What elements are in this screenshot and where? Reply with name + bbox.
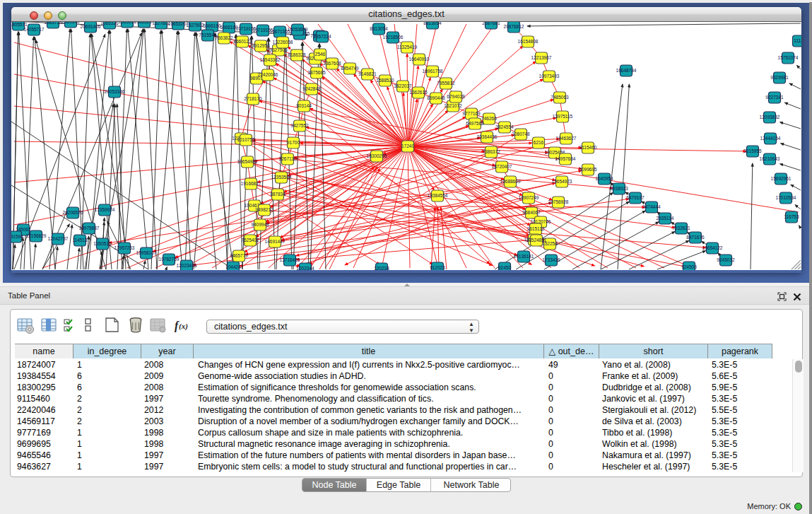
svg-text:(x): (x) <box>179 322 188 331</box>
svg-text:9227341: 9227341 <box>765 95 784 100</box>
svg-text:9242848: 9242848 <box>302 86 321 91</box>
svg-text:20053346: 20053346 <box>105 89 125 94</box>
svg-text:6099695: 6099695 <box>579 167 597 172</box>
svg-text:9427552: 9427552 <box>290 123 309 128</box>
svg-text:3824554: 3824554 <box>495 124 514 129</box>
svg-text:10654122: 10654122 <box>702 245 723 250</box>
svg-text:14055717: 14055717 <box>24 27 45 32</box>
svg-text:12353594: 12353594 <box>271 175 292 180</box>
svg-text:912023: 912023 <box>430 265 445 270</box>
svg-text:1588520: 1588520 <box>376 78 394 83</box>
svg-text:16154808: 16154808 <box>518 39 539 44</box>
svg-text:6479197: 6479197 <box>626 195 645 200</box>
svg-text:3215955: 3215955 <box>743 148 762 153</box>
svg-text:7357224: 7357224 <box>313 34 331 39</box>
svg-text:803144: 803144 <box>296 103 312 108</box>
svg-text:8938923: 8938923 <box>610 186 628 191</box>
svg-text:9498212: 9498212 <box>255 207 273 212</box>
svg-text:2546: 2546 <box>315 52 326 57</box>
svg-text:2935114: 2935114 <box>657 216 674 221</box>
svg-text:17957253: 17957253 <box>114 245 135 250</box>
svg-text:9245032: 9245032 <box>717 257 735 262</box>
svg-text:12093832: 12093832 <box>760 115 780 119</box>
svg-text:2367608: 2367608 <box>323 61 341 66</box>
svg-text:10975887: 10975887 <box>79 226 100 230</box>
svg-text:1621072: 1621072 <box>444 103 462 108</box>
svg-text:19384554: 19384554 <box>428 193 448 198</box>
svg-text:8471676: 8471676 <box>686 235 705 240</box>
svg-text:1615112: 1615112 <box>527 226 545 231</box>
svg-text:20756928: 20756928 <box>548 199 569 204</box>
svg-text:15751074: 15751074 <box>778 55 799 60</box>
svg-text:20206576: 20206576 <box>63 210 83 215</box>
svg-text:19654923: 19654923 <box>552 179 572 184</box>
svg-text:9777169: 9777169 <box>462 111 481 116</box>
svg-text:8186328: 8186328 <box>288 52 306 57</box>
svg-text:8660123: 8660123 <box>233 39 252 44</box>
svg-text:8813054: 8813054 <box>423 22 442 25</box>
svg-text:120234: 120234 <box>374 266 389 270</box>
svg-text:18907249: 18907249 <box>519 195 539 200</box>
svg-text:391594: 391594 <box>11 234 23 239</box>
svg-text:7632621: 7632621 <box>672 226 690 230</box>
svg-text:13975115: 13975115 <box>553 114 573 119</box>
svg-text:17359924: 17359924 <box>95 207 115 212</box>
svg-text:19218506: 19218506 <box>383 35 404 40</box>
svg-text:1080748: 1080748 <box>512 132 530 136</box>
svg-text:14957684: 14957684 <box>555 156 576 161</box>
svg-text:7955812: 7955812 <box>437 81 455 86</box>
svg-text:6966160: 6966160 <box>203 23 221 28</box>
svg-text:19166827: 19166827 <box>241 181 261 186</box>
svg-text:3267110: 3267110 <box>279 156 297 161</box>
svg-text:16210643: 16210643 <box>760 156 780 161</box>
svg-text:10782759: 10782759 <box>159 257 180 262</box>
svg-text:1527602: 1527602 <box>186 23 204 28</box>
svg-text:16543382: 16543382 <box>260 57 281 62</box>
svg-text:10958107: 10958107 <box>136 250 157 255</box>
svg-text:746266: 746266 <box>481 116 497 121</box>
svg-text:12042737: 12042737 <box>48 236 69 241</box>
svg-text:8990448: 8990448 <box>427 95 445 100</box>
svg-text:6216: 6216 <box>534 140 544 145</box>
svg-text:8813054: 8813054 <box>370 26 388 31</box>
svg-text:12213967: 12213967 <box>531 55 552 60</box>
svg-text:1065326: 1065326 <box>100 22 119 25</box>
svg-text:18300295: 18300295 <box>367 153 387 158</box>
svg-text:2069140: 2069140 <box>61 22 80 24</box>
svg-text:9329981: 9329981 <box>770 75 789 80</box>
svg-text:1350513: 1350513 <box>93 241 112 246</box>
svg-text:20364436: 20364436 <box>477 134 498 139</box>
svg-text:14691447: 14691447 <box>265 239 286 244</box>
svg-text:10654982: 10654982 <box>237 159 258 164</box>
svg-text:9684067: 9684067 <box>522 210 541 215</box>
svg-text:6794028: 6794028 <box>447 94 465 99</box>
svg-text:13524851: 13524851 <box>526 238 547 243</box>
svg-text:6497568: 6497568 <box>466 121 484 126</box>
svg-text:11325419: 11325419 <box>397 45 418 49</box>
svg-text:16640910: 16640910 <box>409 57 430 62</box>
svg-text:2087681: 2087681 <box>482 22 500 25</box>
svg-text:92450: 92450 <box>498 265 511 270</box>
svg-text:15692951: 15692951 <box>771 176 792 181</box>
svg-text:19463627: 19463627 <box>556 136 577 141</box>
svg-text:104424: 104424 <box>225 264 241 269</box>
svg-text:20691406: 20691406 <box>81 24 101 29</box>
svg-text:12444154: 12444154 <box>760 136 781 141</box>
svg-text:8454749: 8454749 <box>341 66 359 71</box>
svg-text:16961758: 16961758 <box>423 69 443 74</box>
svg-text:16648784: 16648784 <box>616 68 637 73</box>
svg-text:7625402: 7625402 <box>241 238 259 243</box>
svg-text:18720407: 18720407 <box>492 164 512 169</box>
svg-text:14136141: 14136141 <box>514 254 534 259</box>
svg-text:12156829: 12156829 <box>26 233 47 238</box>
svg-text:114513: 114513 <box>72 238 88 243</box>
svg-text:9146821: 9146821 <box>358 71 377 76</box>
svg-text:9409948: 9409948 <box>251 222 269 227</box>
svg-text:12023446: 12023446 <box>177 263 197 268</box>
svg-text:3822037: 3822037 <box>394 83 412 88</box>
svg-text:10973493: 10973493 <box>539 74 560 78</box>
svg-text:9474444: 9474444 <box>642 204 661 209</box>
svg-text:17240: 17240 <box>401 144 414 148</box>
svg-text:13716485: 13716485 <box>280 257 300 262</box>
svg-text:2718170: 2718170 <box>244 96 262 101</box>
